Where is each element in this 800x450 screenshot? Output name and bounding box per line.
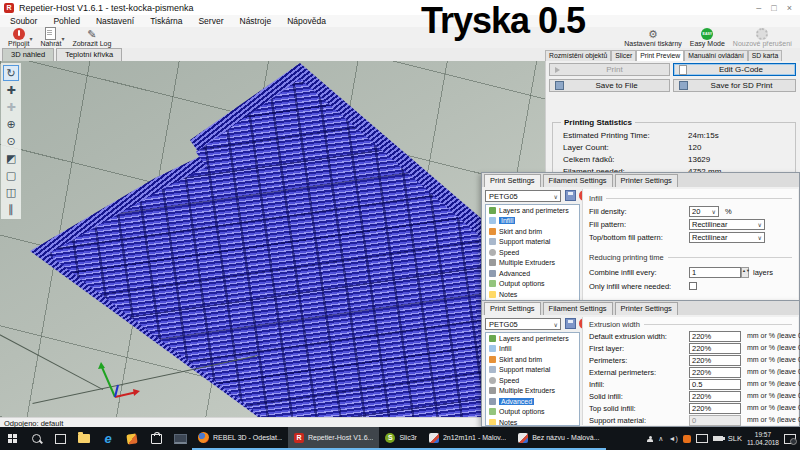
tree-item-speed[interactable]: Speed [486, 247, 579, 258]
tab-3d-view[interactable]: 3D náhled [2, 48, 54, 61]
load-button[interactable]: Nahrát [40, 27, 61, 48]
extrusion-input[interactable]: 220% [689, 355, 741, 366]
tree-item-skirt[interactable]: Skirt and brim [486, 354, 579, 365]
isometric-view-icon[interactable]: ◩ [3, 150, 19, 166]
save-profile-icon-2[interactable] [565, 318, 576, 329]
maximize-button[interactable]: □ [771, 3, 776, 13]
show-log-button[interactable]: ✎ Zobrazit Log [72, 27, 111, 48]
minimize-button[interactable]: – [756, 3, 761, 13]
extrusion-input[interactable]: 220% [689, 343, 741, 354]
store-button[interactable] [144, 427, 168, 450]
fit-view-icon[interactable]: ∥ [3, 201, 19, 217]
tree-item-layers[interactable]: Layers and perimeters [486, 205, 579, 216]
taskbar-app-slic3r[interactable]: S Slic3r [379, 427, 423, 450]
tab-object-placement[interactable]: Rozmístění objektů [545, 50, 611, 61]
tree-item-advanced[interactable]: Advanced [486, 396, 579, 407]
taskbar-app-firefox[interactable]: REBEL 3D - Odeslat... [192, 427, 288, 450]
tree-item-advanced[interactable]: Advanced [486, 268, 579, 279]
profile-select[interactable]: PETG05∨ [485, 190, 561, 202]
tray-app-icon[interactable] [683, 435, 691, 443]
tab-print-settings-2[interactable]: Print Settings [484, 302, 541, 315]
easy-mode-button[interactable]: EASY Easy Mode [690, 27, 725, 48]
file-explorer-button[interactable] [72, 427, 96, 450]
battery-icon[interactable] [713, 436, 723, 441]
menu-pohled[interactable]: Pohled [53, 16, 79, 26]
people-icon[interactable] [647, 436, 653, 442]
extrusion-input[interactable]: 220% [689, 331, 741, 342]
tree-item-support[interactable]: Support material [486, 237, 579, 248]
edit-gcode-button[interactable]: Edit G-Code [673, 63, 796, 76]
save-to-file-button[interactable]: Save to File [549, 79, 670, 92]
fill-density-select[interactable]: 20∨ [689, 206, 719, 217]
notification-center-icon[interactable] [784, 434, 796, 444]
tab-slicer[interactable]: Slicer [611, 50, 636, 61]
tab-print-settings[interactable]: Print Settings [484, 174, 541, 187]
load-dropdown-arrow[interactable]: ▾ [61, 35, 64, 42]
taskbar-app-repetier[interactable]: R Repetier-Host V1.6... [288, 427, 379, 450]
connect-button[interactable]: Připojit [8, 27, 29, 48]
tree-item-infill[interactable]: Infill [486, 344, 579, 355]
extrusion-input[interactable]: 220% [689, 403, 741, 414]
tree-item-speed[interactable]: Speed [486, 375, 579, 386]
menu-server[interactable]: Server [198, 16, 223, 26]
printed-object-infill[interactable] [0, 61, 545, 417]
display-icon[interactable] [696, 434, 708, 443]
printer-settings-button[interactable]: ⚙ Nastavení tiskárny [624, 27, 682, 48]
search-button[interactable] [24, 427, 48, 450]
tree-item-extruders[interactable]: Multiple Extruders [486, 258, 579, 269]
tree-item-extruders[interactable]: Multiple Extruders [486, 386, 579, 397]
tree-item-layers[interactable]: Layers and perimeters [486, 333, 579, 344]
tree-item-output[interactable]: Output options [486, 407, 579, 418]
move-object-icon[interactable]: ✚ [3, 82, 19, 98]
tree-item-notes[interactable]: Notes [486, 417, 579, 426]
tab-filament-settings[interactable]: Filament Settings [543, 174, 613, 187]
front-view-icon[interactable]: ▢ [3, 167, 19, 183]
volume-icon[interactable]: ◄) [668, 435, 677, 442]
tab-filament-settings-2[interactable]: Filament Settings [543, 302, 613, 315]
profile-select-2[interactable]: PETG05∨ [485, 318, 561, 330]
close-button[interactable]: × [787, 3, 792, 13]
only-infill-checkbox[interactable] [689, 282, 697, 290]
menu-nastaveni[interactable]: Nastavení [96, 16, 134, 26]
menu-nastroje[interactable]: Nástroje [240, 16, 272, 26]
save-for-sd-button[interactable]: Save for SD Print [673, 79, 796, 92]
extrusion-input[interactable]: 220% [689, 367, 741, 378]
tab-printer-settings[interactable]: Printer Settings [615, 174, 678, 187]
pinned-app-button[interactable] [120, 427, 144, 450]
zoom-in-icon[interactable]: ⊕ [3, 116, 19, 132]
top-view-icon[interactable]: ◫ [3, 184, 19, 200]
combine-infill-input[interactable]: 1 [689, 267, 741, 278]
edge-button[interactable]: e [96, 427, 120, 450]
menu-napoveda[interactable]: Nápověda [287, 16, 326, 26]
extrusion-input[interactable]: 0.5 [689, 379, 741, 390]
menu-tiskarna[interactable]: Tiskárna [150, 16, 182, 26]
tree-item-support[interactable]: Support material [486, 365, 579, 376]
start-button[interactable] [0, 427, 24, 450]
tab-manual-control[interactable]: Manuální ovládání [684, 50, 748, 61]
fill-pattern-select[interactable]: Rectilinear∨ [689, 219, 765, 230]
taskbar-app-paint-1[interactable]: 2n12m1n1 - Malov... [423, 427, 512, 450]
tab-printer-settings-2[interactable]: Printer Settings [615, 302, 678, 315]
top-bottom-pattern-select[interactable]: Rectilinear∨ [689, 232, 765, 243]
tree-item-output[interactable]: Output options [486, 279, 579, 290]
tab-temperature-curve[interactable]: Teplotní křivka [56, 48, 122, 61]
clock[interactable]: 19:57 11.04.2018 [747, 431, 779, 446]
hidden-icons-chevron[interactable]: ∧ [658, 435, 663, 443]
tree-item-notes[interactable]: Notes [486, 289, 579, 300]
task-view-button[interactable] [48, 427, 72, 450]
spinner-arrows[interactable]: ▲▼ [741, 267, 749, 278]
pinned-laptop-app-button[interactable] [168, 427, 192, 450]
tree-item-infill[interactable]: Infill [486, 216, 579, 227]
tab-print-preview[interactable]: Print Preview [636, 50, 684, 61]
menu-soubor[interactable]: Soubor [10, 16, 37, 26]
rotate-view-icon[interactable]: ↻ [3, 65, 19, 81]
tab-sd-card[interactable]: SD karta [748, 50, 782, 61]
connect-dropdown-arrow[interactable]: ▾ [29, 35, 32, 42]
extrusion-input[interactable]: 220% [689, 391, 741, 402]
language-indicator[interactable]: SLK [728, 434, 742, 443]
3d-viewport[interactable]: ↻ ✚ ✚ ⊕ ⊙ ◩ ▢ ◫ ∥ [0, 61, 545, 417]
taskbar-app-paint-2[interactable]: Bez názvu - Malová... [512, 427, 605, 450]
zoom-view-icon[interactable]: ⊙ [3, 133, 19, 149]
tree-item-skirt[interactable]: Skirt and brim [486, 226, 579, 237]
save-profile-icon[interactable] [565, 190, 576, 201]
